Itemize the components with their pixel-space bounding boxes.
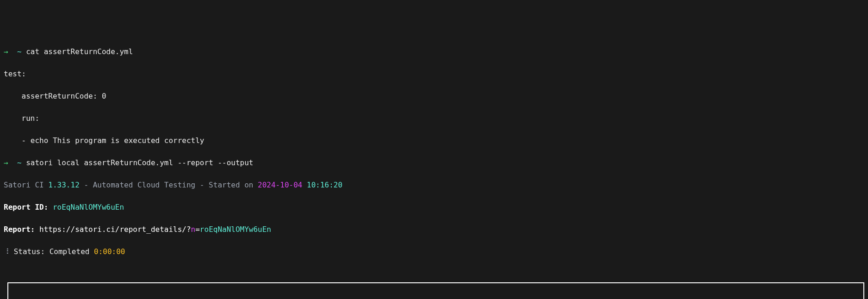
report-url-part4: roEqNaNlOMYw6uEn [200, 225, 271, 234]
status-line: ⠸ Status: Completed 0:00:00 [0, 246, 868, 257]
result-box: Result: Pass Test: test:run | Testcases:… [7, 282, 864, 299]
yml-line-1: test: [0, 69, 868, 80]
satori-label: Satori CI [4, 181, 48, 189]
satori-header-line: Satori CI 1.33.12 - Automated Cloud Test… [0, 180, 868, 191]
report-url-part3: = [195, 225, 200, 234]
terminal-line-prompt-2: → ~ satori local assertReturnCode.yml --… [0, 157, 868, 168]
report-url-part1: https://satori.ci/report_details/? [39, 225, 191, 234]
status-label: Status: Completed [9, 247, 94, 256]
yml-line-3: run: [0, 113, 868, 124]
satori-version: 1.33.12 [48, 181, 79, 189]
status-time: 0:00:00 [94, 247, 125, 256]
prompt-cwd: ~ [17, 47, 22, 56]
report-id-label: Report ID: [4, 203, 53, 212]
report-url-part2: n [191, 225, 196, 234]
report-url-line: Report: https://satori.ci/report_details… [0, 224, 868, 235]
yml-line-2: assertReturnCode: 0 [0, 91, 868, 102]
prompt-arrow-icon: → [4, 158, 8, 167]
terminal-line-prompt-1: → ~ cat assertReturnCode.yml [0, 46, 868, 57]
prompt-cwd: ~ [17, 158, 22, 167]
report-label: Report: [4, 225, 39, 234]
report-id-value: roEqNaNlOMYw6uEn [53, 203, 124, 212]
spinner-icon: ⠸ [4, 246, 9, 257]
satori-date: 2024-10-04 [258, 181, 302, 189]
satori-time: 10:16:20 [302, 181, 342, 189]
prompt-arrow-icon: → [4, 47, 8, 56]
yml-line-4: - echo This program is executed correctl… [0, 135, 868, 146]
command-text: satori local assertReturnCode.yml --repo… [26, 158, 253, 167]
report-id-line: Report ID: roEqNaNlOMYw6uEn [0, 202, 868, 213]
command-text: cat assertReturnCode.yml [26, 47, 133, 56]
satori-middle: - Automated Cloud Testing - Started on [80, 181, 258, 189]
